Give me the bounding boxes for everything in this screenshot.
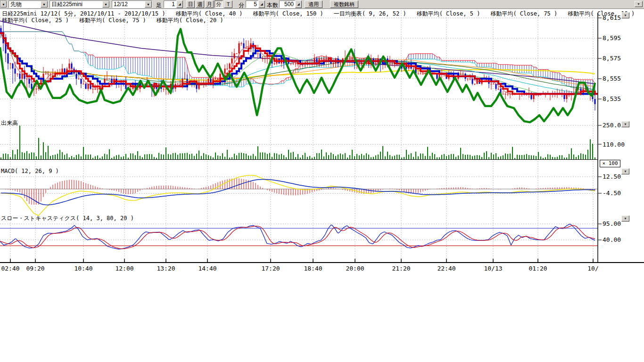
market-select[interactable]: 先物 ▼ xyxy=(8,0,48,8)
x-axis-label: 10/ xyxy=(582,265,604,272)
bar-type-label: 足 xyxy=(156,1,162,9)
toolbar: ▼ 先物 ▼ 日経225mini ▼ 12/12 ▼ 足 1 ◢ 日 週 月 分… xyxy=(0,0,644,9)
period-tick-button[interactable]: T xyxy=(224,0,232,8)
chart-application-window: ▼ 先物 ▼ 日経225mini ▼ 12/12 ▼ 足 1 ◢ 日 週 月 分… xyxy=(0,0,644,362)
dropdown-arrow-icon[interactable]: ▼ xyxy=(102,1,109,8)
price-axis-label: 8,535 xyxy=(603,95,621,102)
x-axis-label: 20:00 xyxy=(344,265,366,272)
minute-count-value[interactable]: 5 xyxy=(246,0,258,8)
contract-date-value: 12/12 xyxy=(112,1,145,8)
stoch-pane-dropdown-button[interactable]: ▼ xyxy=(621,215,629,222)
stoch-axis-label: 40.00 xyxy=(603,236,621,243)
spinner-button[interactable]: ◢ xyxy=(258,0,265,8)
x-axis-label: 14:40 xyxy=(197,265,218,272)
collapsed-combo[interactable]: ▼ xyxy=(0,0,7,8)
symbol-select[interactable]: 日経225mini ▼ xyxy=(50,0,110,8)
price-axis-label: 8,595 xyxy=(603,34,621,41)
contract-date-select[interactable]: 12/12 ▼ xyxy=(112,0,152,8)
bars-count-label: 本数 xyxy=(267,1,278,9)
apply-button[interactable]: 適用 xyxy=(305,0,322,8)
x-axis-label: 17:20 xyxy=(260,265,281,272)
bar-interval-spinner[interactable]: 1 ◢ xyxy=(164,0,183,8)
spinner-button[interactable]: ◢ xyxy=(295,0,302,8)
multi-symbol-button[interactable]: 複数銘柄 xyxy=(330,0,358,8)
bars-count-value[interactable]: 500 xyxy=(279,0,295,8)
minute-count-spinner[interactable]: 5 ◢ xyxy=(246,0,265,8)
price-axis-label: 8,555 xyxy=(603,75,621,82)
dropdown-arrow-icon[interactable]: ▼ xyxy=(0,1,7,8)
volume-axis-label: 110.00 xyxy=(603,141,625,148)
x-axis-label: 22:40 xyxy=(436,265,457,272)
x-axis-label: 21:20 xyxy=(390,265,412,272)
period-day-button[interactable]: 日 xyxy=(186,0,195,8)
spinner-button[interactable]: ◢ xyxy=(176,0,183,8)
dropdown-arrow-icon[interactable]: ▼ xyxy=(145,1,152,8)
minute-unit-label: 分 xyxy=(239,1,244,9)
x-axis-label: 13:20 xyxy=(155,265,177,272)
dropdown-arrow-icon[interactable]: ▼ xyxy=(41,1,48,8)
toolbar-dropdown-button[interactable]: ▼ xyxy=(635,1,643,7)
chart-canvas xyxy=(0,0,644,362)
x-axis-label: 10:40 xyxy=(73,265,94,272)
x-axis-label: 10/13 xyxy=(482,265,504,272)
x-axis-label: 18:40 xyxy=(302,265,324,272)
bar-interval-value[interactable]: 1 xyxy=(164,0,176,8)
symbol-select-value: 日経225mini xyxy=(50,0,102,8)
price-pane-dropdown-button[interactable]: ▼ xyxy=(621,12,629,18)
price-axis-label: 8,575 xyxy=(603,55,621,62)
x-axis-label: 09:20 xyxy=(25,265,46,272)
period-week-button[interactable]: 週 xyxy=(196,0,204,8)
market-select-value: 先物 xyxy=(9,0,41,8)
x-axis-label: 02:40 xyxy=(0,265,21,272)
volume-multiplier-badge: × 100 xyxy=(600,160,620,167)
x-axis-label: 01:20 xyxy=(527,265,549,272)
period-minute-button[interactable]: 分 xyxy=(215,0,223,8)
bars-count-spinner[interactable]: 500 ◢ xyxy=(279,0,302,8)
macd-axis-label: 12.50 xyxy=(603,173,621,180)
macd-axis-label: -4.50 xyxy=(603,189,621,197)
period-month-button[interactable]: 月 xyxy=(205,0,214,8)
stoch-axis-label: 95.00 xyxy=(603,220,621,227)
macd-pane-dropdown-button[interactable]: ▼ xyxy=(621,168,629,174)
x-axis-label: 12:00 xyxy=(114,265,135,272)
volume-pane-dropdown-button[interactable]: ▼ xyxy=(621,121,629,127)
price-axis-label: 8,615 xyxy=(603,14,621,21)
